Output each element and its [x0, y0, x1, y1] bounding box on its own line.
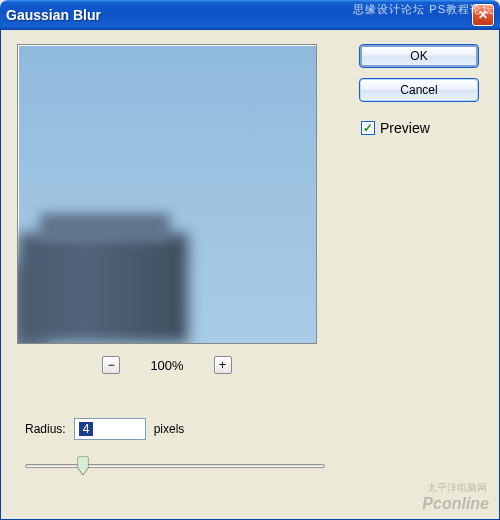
zoom-out-button[interactable]: − [102, 356, 120, 374]
close-button[interactable]: ✕ [472, 4, 494, 26]
zoom-in-button[interactable]: + [214, 356, 232, 374]
dialog-body: − 100% + OK Cancel ✓ Preview Radius: 4 p… [0, 30, 500, 520]
dialog-title: Gaussian Blur [6, 7, 101, 23]
cancel-button[interactable]: Cancel [359, 78, 479, 102]
check-icon: ✓ [363, 122, 373, 134]
preview-label: Preview [380, 120, 430, 136]
zoom-percent: 100% [150, 358, 183, 373]
preview-content [18, 213, 198, 343]
preview-checkbox-row: ✓ Preview [361, 120, 430, 136]
radius-slider[interactable] [25, 454, 325, 480]
plus-icon: + [219, 359, 226, 371]
zoom-controls: − 100% + [17, 356, 317, 374]
ok-label: OK [410, 49, 427, 63]
slider-track [25, 464, 325, 468]
ok-button[interactable]: OK [359, 44, 479, 68]
radius-unit: pixels [154, 422, 185, 436]
right-panel: OK Cancel ✓ Preview [355, 44, 483, 136]
titlebar: Gaussian Blur ✕ [0, 0, 500, 30]
preview-image[interactable] [17, 44, 317, 344]
radius-input[interactable]: 4 [74, 418, 146, 440]
minus-icon: − [108, 359, 115, 371]
watermark-logo: Pconline [422, 495, 489, 513]
cancel-label: Cancel [400, 83, 437, 97]
slider-thumb[interactable] [77, 456, 89, 476]
slider-thumb-icon [77, 456, 89, 476]
close-icon: ✕ [478, 8, 488, 22]
radius-label: Radius: [25, 422, 66, 436]
watermark-small: 太平洋电脑网 [427, 481, 487, 495]
preview-checkbox[interactable]: ✓ [361, 121, 375, 135]
radius-value: 4 [79, 422, 94, 436]
radius-row: Radius: 4 pixels [25, 418, 184, 440]
